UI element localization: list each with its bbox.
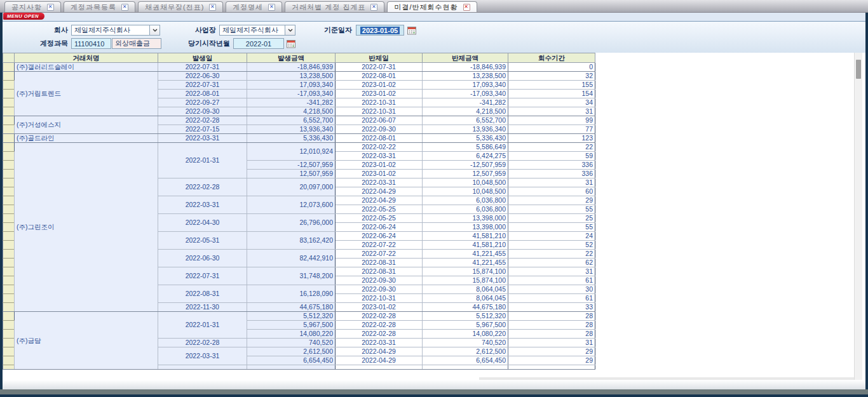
row-selector[interactable] [3, 125, 15, 134]
row-selector[interactable] [3, 152, 15, 161]
row-selector[interactable] [3, 223, 15, 232]
row-selector[interactable] [3, 241, 15, 250]
close-icon[interactable]: ✕ [370, 4, 377, 11]
tab-label: 채권채무장(전표) [145, 3, 204, 12]
occurrence-date-cell: 2022-04-30 [158, 214, 247, 232]
site-value: 제일제지주식회사 [220, 25, 278, 35]
tab-account-registration[interactable]: 계정과목등록 ✕ [64, 1, 135, 12]
occurrence-amount-cell: 5,967,500 [247, 321, 336, 330]
collection-days-cell: 336 [508, 170, 595, 178]
row-selector[interactable] [3, 72, 15, 81]
row-selector[interactable] [3, 259, 15, 267]
occurrence-amount-cell: 20,097,000 [247, 178, 336, 196]
collection-days-cell: 29 [508, 347, 595, 356]
row-selector[interactable] [3, 63, 15, 72]
row-selector[interactable] [3, 187, 15, 196]
row-selector[interactable] [3, 116, 15, 125]
row-selector[interactable] [3, 365, 15, 370]
calendar-icon[interactable] [407, 26, 416, 35]
settlement-date-cell: 2022-05-25 [336, 205, 423, 214]
occurrence-date-cell: 2022-08-31 [158, 285, 247, 303]
row-selector[interactable] [3, 98, 15, 107]
row-selector[interactable] [3, 214, 15, 223]
row-selector[interactable] [3, 205, 15, 214]
horizontal-scrollbar-area[interactable] [3, 380, 865, 389]
period-start-input[interactable]: 2022-01 [233, 38, 284, 49]
row-selector[interactable] [3, 81, 15, 90]
row-selector[interactable] [3, 143, 15, 152]
row-selector[interactable] [3, 356, 15, 365]
row-selector[interactable] [3, 285, 15, 294]
vertical-scrollbar-thumb[interactable] [856, 60, 861, 79]
row-selector[interactable] [3, 339, 15, 347]
row-selector[interactable] [3, 267, 15, 276]
row-selector[interactable] [3, 330, 15, 339]
row-selector[interactable] [3, 312, 15, 321]
filter-form: 회사 제일제지주식회사 사업장 제일제지주식회사 기준일자 2023-01-05 [3, 21, 865, 53]
row-selector[interactable] [3, 90, 15, 98]
row-selector[interactable] [3, 250, 15, 259]
occurrence-date-cell: 2022-07-31 [158, 63, 247, 72]
settlement-amount-cell: 13,238,500 [423, 72, 508, 81]
chevron-down-icon[interactable] [285, 25, 295, 35]
tab-account-summary-by-customer[interactable]: 거래처별 계정 집계표 ✕ [285, 1, 384, 12]
collection-days-cell: 52 [508, 241, 595, 250]
close-icon[interactable]: ✕ [268, 4, 275, 11]
row-selector[interactable] [3, 134, 15, 143]
account-name-input[interactable]: 외상매출금 [112, 38, 161, 49]
menu-open-button[interactable]: MENU OPEN [3, 13, 44, 20]
occurrence-date-cell: 2022-09-27 [158, 98, 247, 107]
occurrence-amount-cell: 13,936,340 [247, 125, 336, 134]
row-selector[interactable] [3, 294, 15, 303]
column-header-occurrence-date: 발생일 [158, 53, 247, 63]
collection-days-cell: 25 [508, 214, 595, 223]
collection-days-cell: 99 [508, 116, 595, 125]
close-icon[interactable]: ✕ [209, 4, 216, 11]
row-selector[interactable] [3, 170, 15, 178]
row-selector[interactable] [3, 178, 15, 187]
row-selector[interactable] [3, 276, 15, 285]
occurrence-amount-cell [247, 365, 336, 370]
settlement-amount-cell: 8,064,045 [423, 294, 508, 303]
occurrence-amount-cell: -17,093,340 [247, 90, 336, 98]
close-icon[interactable]: ✕ [121, 4, 128, 11]
horizontal-scrollbar-track[interactable] [479, 377, 854, 380]
site-select[interactable]: 제일제지주식회사 [219, 25, 295, 36]
tab-account-detail[interactable]: 계정명세 ✕ [226, 1, 282, 12]
tab-outstanding-settlement-status[interactable]: 미결/반제회수현황 ✕ [387, 1, 477, 12]
collection-days-cell: 22 [508, 250, 595, 259]
base-date-input[interactable]: 2023-01-05 [356, 25, 404, 36]
tab-label: 거래처별 계정 집계표 [292, 3, 365, 12]
calendar-icon[interactable] [287, 39, 295, 48]
settlement-date-cell: 2022-10-31 [336, 107, 423, 116]
collection-days-cell: 30 [508, 285, 595, 294]
close-icon[interactable]: ✕ [463, 4, 470, 11]
close-icon[interactable]: ✕ [47, 4, 54, 11]
settlement-amount-cell: 6,552,700 [423, 116, 508, 125]
vertical-scrollbar[interactable] [854, 53, 862, 380]
occurrence-amount-cell: 6,552,700 [247, 116, 336, 125]
account-code-input[interactable]: 11100410 [71, 38, 111, 49]
row-selector[interactable] [3, 321, 15, 330]
settlement-amount-cell: 5,512,320 [423, 312, 508, 321]
occurrence-amount-cell: 13,238,500 [247, 72, 336, 81]
chevron-down-icon[interactable] [149, 25, 159, 35]
settlement-amount-cell: 5,336,430 [423, 134, 508, 143]
row-selector[interactable] [3, 196, 15, 205]
row-selector[interactable] [3, 347, 15, 356]
collection-days-cell: 155 [508, 81, 595, 90]
tab-notice[interactable]: 공지사항 ✕ [4, 1, 61, 12]
settlement-amount-cell: 14,080,220 [423, 330, 508, 339]
row-selector[interactable] [3, 232, 15, 241]
occurrence-amount-cell: -18,846,939 [247, 63, 336, 72]
grid-body: (주)갤러리드슬레이2022-07-31-18,846,9392022-07-3… [3, 63, 595, 370]
base-date-label: 기준일자 [315, 25, 352, 36]
row-selector[interactable] [3, 107, 15, 116]
row-selector[interactable] [3, 161, 15, 170]
tab-receivables-ledger[interactable]: 채권채무장(전표) ✕ [138, 1, 223, 12]
collection-days-cell: 31 [508, 107, 595, 116]
row-selector[interactable] [3, 303, 15, 312]
company-select[interactable]: 제일제지주식회사 [71, 25, 160, 36]
settlement-date-cell: 2022-06-24 [336, 232, 423, 241]
settlement-date-cell: 2022-05-25 [336, 214, 423, 223]
